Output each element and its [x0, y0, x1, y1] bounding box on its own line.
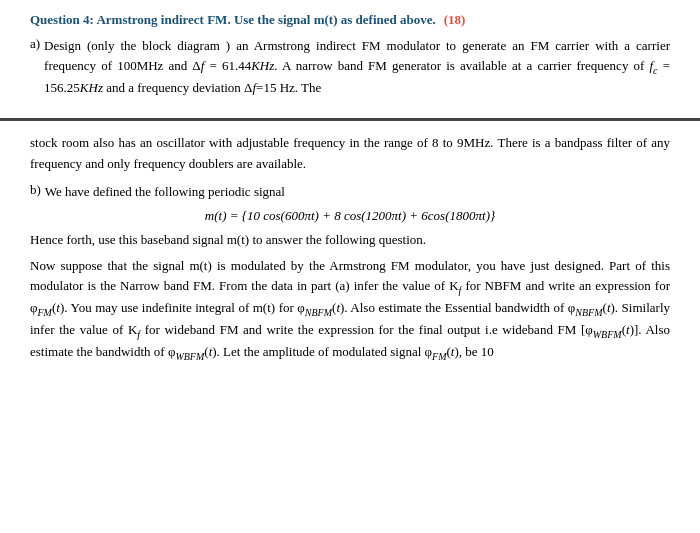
top-panel: Question 4: Armstrong indirect FM. Use t… — [0, 0, 700, 121]
hence-text: Hence forth, use this baseband signal m(… — [30, 230, 670, 250]
question-title: Question 4: Armstrong indirect FM. Use t… — [30, 12, 436, 28]
part-a: a) Design (only the block diagram ) an A… — [30, 36, 670, 98]
question-points: (18) — [444, 12, 466, 28]
continuation-text: stock room also has an oscillator with a… — [30, 133, 670, 173]
page-container: Question 4: Armstrong indirect FM. Use t… — [0, 0, 700, 533]
part-b-section: b) We have defined the following periodi… — [30, 182, 670, 365]
signal-equation: m(t) = {10 cos(600πt) + 8 cos(1200πt) + … — [30, 208, 670, 224]
part-b-label: b) — [30, 182, 41, 202]
now-suppose-text: Now suppose that the signal m(t) is modu… — [30, 256, 670, 365]
part-b: b) We have defined the following periodi… — [30, 182, 670, 202]
part-a-label: a) — [30, 36, 40, 98]
question-header: Question 4: Armstrong indirect FM. Use t… — [30, 12, 670, 28]
bottom-panel: stock room also has an oscillator with a… — [0, 121, 700, 533]
part-a-text: Design (only the block diagram ) an Arms… — [44, 36, 670, 98]
part-b-intro: We have defined the following periodic s… — [45, 182, 285, 202]
